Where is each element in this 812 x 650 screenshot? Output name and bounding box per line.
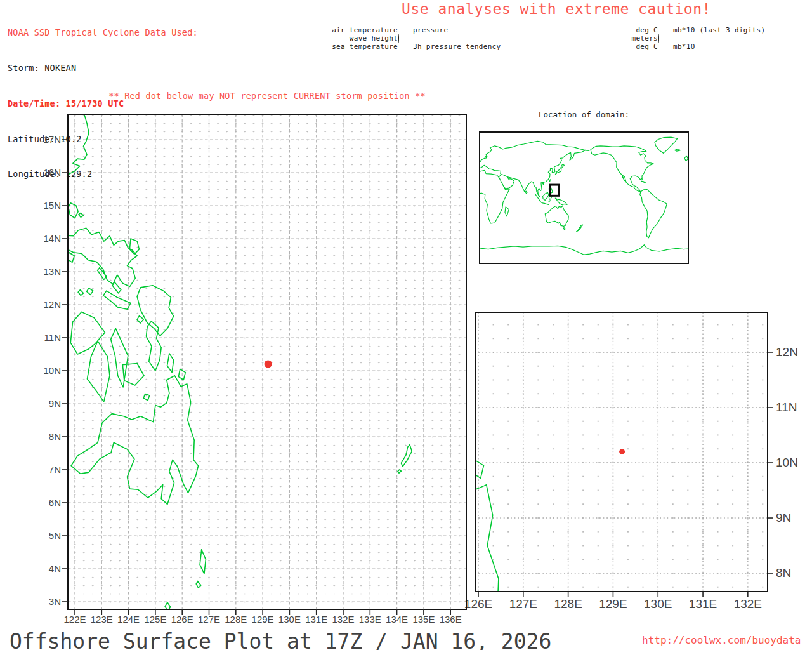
tick-label: 13N: [32, 266, 61, 277]
legend-meters-label: meters: [625, 34, 658, 43]
tick-label: 128E: [543, 597, 594, 611]
tick-label: 4N: [32, 563, 61, 574]
legend-air-temp-label: air temperature: [329, 26, 398, 34]
offshore-surface-plot-page: NOAA SSD Tropical Cyclone Data Used: Sto…: [0, 0, 812, 650]
tick-label: 131E: [678, 597, 728, 611]
station-circle-icon: [398, 34, 399, 43]
source-url[interactable]: http://coolwx.com/buoydata: [642, 634, 801, 646]
legend-mb10-label: mb*10: [673, 43, 794, 51]
tick-label: 127E: [498, 597, 549, 611]
tick-label: 8N: [776, 566, 812, 580]
tick-label: 6N: [32, 497, 61, 508]
info-storm: Storm: NOKEAN: [8, 62, 198, 74]
storm-position-warning: ** Red dot below may NOT represent CURRE…: [61, 91, 473, 101]
legend-wave-height-label: wave height: [329, 34, 398, 43]
legend-degc-label: deg C: [625, 26, 658, 34]
tick-label: 130E: [632, 597, 683, 611]
tick-label: 17N: [32, 134, 61, 145]
legend-mb10-digits-label: mb*10 (last 3 digits): [673, 26, 794, 34]
tick-label: 129E: [587, 597, 638, 611]
tick-label: 14N: [32, 233, 61, 244]
tick-label: 10N: [776, 456, 812, 470]
plot-title: Offshore Surface Plot at 17Z / JAN 16, 2…: [10, 629, 551, 650]
tick-label: 16N: [32, 167, 61, 178]
legend-sea-temp-label: sea temperature: [329, 43, 398, 51]
tick-label: 126E: [453, 597, 504, 611]
tick-label: 15N: [32, 200, 61, 211]
tick-label: 9N: [776, 511, 812, 525]
tick-label: 9N: [32, 398, 61, 409]
tick-label: 7N: [32, 464, 61, 475]
station-circle-icon: [658, 34, 659, 43]
main-map: [68, 114, 466, 609]
info-title: NOAA SSD Tropical Cyclone Data Used:: [8, 27, 198, 39]
legend-pressure-label: pressure: [413, 26, 521, 34]
station-model-legend-right: deg C mb*10 (last 3 digits) meters deg C…: [625, 26, 794, 51]
inset-title: Location of domain:: [480, 110, 688, 119]
zoom-map: [475, 312, 768, 592]
tick-label: 3N: [32, 596, 61, 607]
station-model-legend-left: air temperature pressure wave height sea…: [329, 26, 521, 51]
caution-heading: Use analyses with extreme caution!: [376, 1, 737, 17]
legend-degc2-label: deg C: [625, 43, 658, 51]
world-inset-map: [480, 132, 688, 263]
tick-label: 12N: [32, 299, 61, 310]
tick-label: 10N: [32, 365, 61, 376]
legend-pressure-tendency-label: 3h pressure tendency: [413, 43, 521, 51]
tick-label: 12N: [776, 345, 812, 359]
tick-label: 5N: [32, 530, 61, 541]
tick-label: 132E: [723, 597, 773, 611]
tick-label: 11N: [32, 332, 61, 343]
tick-label: 11N: [776, 401, 812, 415]
tick-label: 8N: [32, 431, 61, 442]
tick-label: 136E: [428, 614, 473, 625]
